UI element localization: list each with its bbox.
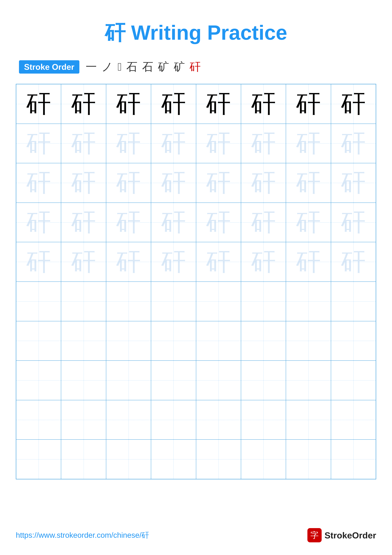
grid-cell[interactable] bbox=[106, 321, 151, 361]
grid-cell[interactable] bbox=[61, 439, 106, 479]
grid-cell[interactable]: 矸 bbox=[331, 124, 376, 163]
practice-char: 矸 bbox=[161, 210, 186, 235]
grid-cell[interactable] bbox=[106, 282, 151, 321]
grid-cell[interactable]: 矸 bbox=[196, 84, 241, 124]
grid-cell[interactable]: 矸 bbox=[106, 124, 151, 163]
grid-cell[interactable] bbox=[286, 361, 331, 400]
practice-char: 矸 bbox=[116, 92, 141, 116]
grid-cell[interactable] bbox=[241, 321, 286, 361]
grid-cell[interactable] bbox=[61, 282, 106, 321]
grid-cell[interactable] bbox=[241, 361, 286, 400]
practice-char: 矸 bbox=[206, 171, 231, 195]
practice-char: 矸 bbox=[71, 131, 96, 156]
grid-cell[interactable] bbox=[331, 400, 376, 440]
grid-cell[interactable] bbox=[16, 361, 61, 400]
grid-cell[interactable]: 矸 bbox=[331, 203, 376, 242]
grid-cell[interactable] bbox=[151, 282, 196, 321]
grid-cell[interactable]: 矸 bbox=[331, 242, 376, 282]
footer-url[interactable]: https://www.strokeorder.com/chinese/矸 bbox=[16, 530, 149, 540]
grid-cell[interactable]: 矸 bbox=[241, 242, 286, 282]
grid-cell[interactable] bbox=[286, 282, 331, 321]
grid-cell[interactable]: 矸 bbox=[241, 84, 286, 124]
practice-char: 矸 bbox=[296, 92, 321, 116]
grid-cell[interactable] bbox=[16, 400, 61, 440]
grid-cell[interactable] bbox=[286, 439, 331, 479]
grid-cell[interactable]: 矸 bbox=[241, 124, 286, 163]
grid-cell[interactable]: 矸 bbox=[286, 203, 331, 242]
grid-cell[interactable]: 矸 bbox=[196, 124, 241, 163]
grid-cell[interactable]: 矸 bbox=[286, 163, 331, 203]
grid-cell[interactable]: 矸 bbox=[241, 163, 286, 203]
grid-cell[interactable]: 矸 bbox=[61, 242, 106, 282]
grid-cell[interactable]: 矸 bbox=[151, 242, 196, 282]
grid-cell[interactable]: 矸 bbox=[16, 84, 61, 124]
grid-cell[interactable] bbox=[241, 400, 286, 440]
grid-cell[interactable]: 矸 bbox=[151, 84, 196, 124]
grid-cell[interactable]: 矸 bbox=[61, 163, 106, 203]
grid-cell[interactable]: 矸 bbox=[286, 242, 331, 282]
practice-char: 矸 bbox=[251, 92, 276, 116]
grid-cell[interactable] bbox=[196, 439, 241, 479]
grid-cell[interactable] bbox=[61, 400, 106, 440]
grid-cell[interactable] bbox=[106, 361, 151, 400]
practice-char: 矸 bbox=[251, 131, 276, 156]
practice-char: 矸 bbox=[206, 131, 231, 156]
grid-cell[interactable] bbox=[196, 361, 241, 400]
grid-cell[interactable]: 矸 bbox=[106, 84, 151, 124]
grid-cell[interactable]: 矸 bbox=[61, 203, 106, 242]
grid-cell[interactable] bbox=[286, 321, 331, 361]
grid-cell[interactable]: 矸 bbox=[151, 163, 196, 203]
grid-cell[interactable]: 矸 bbox=[61, 84, 106, 124]
grid-cell[interactable]: 矸 bbox=[61, 124, 106, 163]
practice-char: 矸 bbox=[116, 210, 141, 235]
title-text: Writing Practice bbox=[125, 21, 287, 44]
grid-cell[interactable] bbox=[331, 439, 376, 479]
grid-cell[interactable] bbox=[106, 439, 151, 479]
grid-cell[interactable] bbox=[61, 361, 106, 400]
grid-cell[interactable]: 矸 bbox=[106, 163, 151, 203]
grid-cell[interactable] bbox=[331, 361, 376, 400]
grid-cell[interactable]: 矸 bbox=[16, 163, 61, 203]
grid-cell[interactable] bbox=[16, 282, 61, 321]
grid-cell[interactable] bbox=[196, 282, 241, 321]
grid-cell[interactable]: 矸 bbox=[286, 124, 331, 163]
grid-cell[interactable] bbox=[331, 282, 376, 321]
grid-cell[interactable]: 矸 bbox=[196, 163, 241, 203]
grid-cell[interactable] bbox=[331, 321, 376, 361]
grid-cell[interactable] bbox=[106, 400, 151, 440]
grid-cell[interactable]: 矸 bbox=[106, 242, 151, 282]
practice-char: 矸 bbox=[161, 92, 186, 116]
practice-char: 矸 bbox=[161, 131, 186, 156]
stroke-4: 石 bbox=[126, 59, 137, 74]
grid-cell[interactable]: 矸 bbox=[241, 203, 286, 242]
practice-char: 矸 bbox=[116, 250, 141, 274]
page-title: 矸 Writing Practice bbox=[16, 19, 376, 47]
grid-cell[interactable]: 矸 bbox=[106, 203, 151, 242]
stroke-1: 一 bbox=[86, 59, 97, 74]
practice-char: 矸 bbox=[26, 92, 51, 116]
practice-char: 矸 bbox=[296, 171, 321, 195]
grid-cell[interactable]: 矸 bbox=[331, 163, 376, 203]
grid-cell[interactable] bbox=[61, 321, 106, 361]
grid-cell[interactable] bbox=[196, 321, 241, 361]
grid-cell[interactable]: 矸 bbox=[286, 84, 331, 124]
grid-cell[interactable]: 矸 bbox=[196, 242, 241, 282]
grid-cell[interactable] bbox=[16, 321, 61, 361]
grid-cell[interactable] bbox=[196, 400, 241, 440]
grid-cell[interactable]: 矸 bbox=[331, 84, 376, 124]
grid-cell[interactable] bbox=[286, 400, 331, 440]
grid-cell[interactable] bbox=[16, 439, 61, 479]
grid-cell[interactable] bbox=[241, 439, 286, 479]
practice-char: 矸 bbox=[251, 171, 276, 195]
grid-cell[interactable]: 矸 bbox=[16, 242, 61, 282]
grid-cell[interactable]: 矸 bbox=[16, 124, 61, 163]
grid-cell[interactable]: 矸 bbox=[196, 203, 241, 242]
grid-cell[interactable] bbox=[151, 400, 196, 440]
grid-cell[interactable]: 矸 bbox=[151, 203, 196, 242]
grid-cell[interactable] bbox=[151, 321, 196, 361]
grid-cell[interactable] bbox=[151, 361, 196, 400]
grid-cell[interactable]: 矸 bbox=[151, 124, 196, 163]
grid-cell[interactable] bbox=[151, 439, 196, 479]
grid-cell[interactable]: 矸 bbox=[16, 203, 61, 242]
grid-cell[interactable] bbox=[241, 282, 286, 321]
